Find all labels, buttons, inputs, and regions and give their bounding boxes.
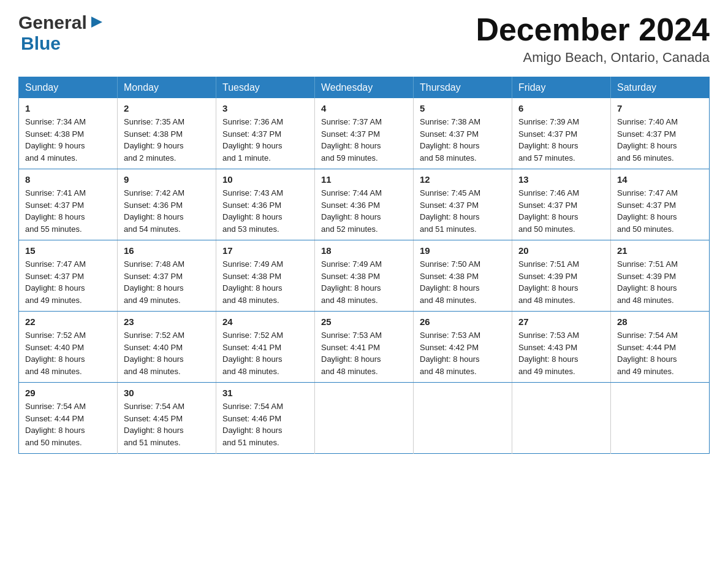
day-number: 10 xyxy=(222,174,308,185)
day-number: 18 xyxy=(321,245,407,256)
day-cell-6: 6Sunrise: 7:39 AMSunset: 4:37 PMDaylight… xyxy=(512,98,611,169)
calendar-header-row: SundayMondayTuesdayWednesdayThursdayFrid… xyxy=(19,77,710,99)
day-info: Sunrise: 7:54 AMSunset: 4:45 PMDaylight:… xyxy=(124,400,210,448)
day-info: Sunrise: 7:52 AMSunset: 4:40 PMDaylight:… xyxy=(124,329,210,377)
day-number: 8 xyxy=(25,174,111,185)
day-cell-27: 27Sunrise: 7:53 AMSunset: 4:43 PMDayligh… xyxy=(512,312,611,383)
day-number: 6 xyxy=(518,103,604,113)
day-cell-2: 2Sunrise: 7:35 AMSunset: 4:38 PMDaylight… xyxy=(118,98,216,169)
day-info: Sunrise: 7:47 AMSunset: 4:37 PMDaylight:… xyxy=(617,187,703,235)
day-number: 20 xyxy=(518,245,604,256)
day-number: 2 xyxy=(124,103,210,113)
day-cell-9: 9Sunrise: 7:42 AMSunset: 4:36 PMDaylight… xyxy=(118,169,216,240)
day-info: Sunrise: 7:49 AMSunset: 4:38 PMDaylight:… xyxy=(222,258,308,306)
day-cell-14: 14Sunrise: 7:47 AMSunset: 4:37 PMDayligh… xyxy=(611,169,710,240)
day-number: 12 xyxy=(420,174,506,185)
day-info: Sunrise: 7:45 AMSunset: 4:37 PMDaylight:… xyxy=(420,187,506,235)
day-number: 27 xyxy=(518,316,604,327)
day-cell-8: 8Sunrise: 7:41 AMSunset: 4:37 PMDaylight… xyxy=(19,169,118,240)
day-cell-22: 22Sunrise: 7:52 AMSunset: 4:40 PMDayligh… xyxy=(19,312,118,383)
day-number: 31 xyxy=(222,388,308,398)
day-cell-21: 21Sunrise: 7:51 AMSunset: 4:39 PMDayligh… xyxy=(611,240,710,312)
day-cell-15: 15Sunrise: 7:47 AMSunset: 4:37 PMDayligh… xyxy=(19,240,118,312)
week-row-4: 22Sunrise: 7:52 AMSunset: 4:40 PMDayligh… xyxy=(19,312,710,383)
day-number: 3 xyxy=(222,103,308,113)
day-number: 17 xyxy=(222,245,308,256)
day-cell-30: 30Sunrise: 7:54 AMSunset: 4:45 PMDayligh… xyxy=(118,383,216,454)
day-number: 29 xyxy=(25,388,111,398)
day-number: 11 xyxy=(321,174,407,185)
week-row-1: 1Sunrise: 7:34 AMSunset: 4:38 PMDaylight… xyxy=(19,98,710,169)
day-info: Sunrise: 7:52 AMSunset: 4:40 PMDaylight:… xyxy=(25,329,111,377)
day-cell-16: 16Sunrise: 7:48 AMSunset: 4:37 PMDayligh… xyxy=(118,240,216,312)
day-number: 26 xyxy=(420,316,506,327)
page-header: General Blue December 2024 Amigo Beach, … xyxy=(18,12,710,66)
day-info: Sunrise: 7:54 AMSunset: 4:46 PMDaylight:… xyxy=(222,400,308,448)
day-info: Sunrise: 7:51 AMSunset: 4:39 PMDaylight:… xyxy=(617,258,703,306)
day-number: 19 xyxy=(420,245,506,256)
day-info: Sunrise: 7:53 AMSunset: 4:41 PMDaylight:… xyxy=(321,329,407,377)
day-info: Sunrise: 7:54 AMSunset: 4:44 PMDaylight:… xyxy=(25,400,111,448)
day-info: Sunrise: 7:46 AMSunset: 4:37 PMDaylight:… xyxy=(518,187,604,235)
empty-cell xyxy=(512,383,611,454)
day-number: 21 xyxy=(617,245,703,256)
day-cell-10: 10Sunrise: 7:43 AMSunset: 4:36 PMDayligh… xyxy=(216,169,315,240)
day-info: Sunrise: 7:52 AMSunset: 4:41 PMDaylight:… xyxy=(222,329,308,377)
col-header-monday: Monday xyxy=(118,77,216,99)
day-cell-11: 11Sunrise: 7:44 AMSunset: 4:36 PMDayligh… xyxy=(315,169,414,240)
day-info: Sunrise: 7:43 AMSunset: 4:36 PMDaylight:… xyxy=(222,187,308,235)
day-cell-24: 24Sunrise: 7:52 AMSunset: 4:41 PMDayligh… xyxy=(216,312,315,383)
day-info: Sunrise: 7:40 AMSunset: 4:37 PMDaylight:… xyxy=(617,116,703,164)
day-info: Sunrise: 7:47 AMSunset: 4:37 PMDaylight:… xyxy=(25,258,111,306)
day-info: Sunrise: 7:41 AMSunset: 4:37 PMDaylight:… xyxy=(25,187,111,235)
calendar-table: SundayMondayTuesdayWednesdayThursdayFrid… xyxy=(18,77,710,454)
empty-cell xyxy=(414,383,512,454)
day-info: Sunrise: 7:37 AMSunset: 4:37 PMDaylight:… xyxy=(321,116,407,164)
day-number: 13 xyxy=(518,174,604,185)
day-cell-12: 12Sunrise: 7:45 AMSunset: 4:37 PMDayligh… xyxy=(414,169,512,240)
day-info: Sunrise: 7:34 AMSunset: 4:38 PMDaylight:… xyxy=(25,116,111,164)
day-cell-17: 17Sunrise: 7:49 AMSunset: 4:38 PMDayligh… xyxy=(216,240,315,312)
col-header-friday: Friday xyxy=(512,77,611,99)
col-header-saturday: Saturday xyxy=(611,77,710,99)
day-number: 1 xyxy=(25,103,111,113)
day-number: 7 xyxy=(617,103,703,113)
day-info: Sunrise: 7:35 AMSunset: 4:38 PMDaylight:… xyxy=(124,116,210,164)
logo-triangle-icon xyxy=(90,15,104,31)
day-info: Sunrise: 7:38 AMSunset: 4:37 PMDaylight:… xyxy=(420,116,506,164)
col-header-thursday: Thursday xyxy=(414,77,512,99)
day-cell-28: 28Sunrise: 7:54 AMSunset: 4:44 PMDayligh… xyxy=(611,312,710,383)
day-cell-13: 13Sunrise: 7:46 AMSunset: 4:37 PMDayligh… xyxy=(512,169,611,240)
logo-blue-text: Blue xyxy=(18,33,61,53)
day-number: 22 xyxy=(25,316,111,327)
day-info: Sunrise: 7:53 AMSunset: 4:43 PMDaylight:… xyxy=(518,329,604,377)
month-title: December 2024 xyxy=(476,12,710,47)
day-number: 4 xyxy=(321,103,407,113)
day-info: Sunrise: 7:53 AMSunset: 4:42 PMDaylight:… xyxy=(420,329,506,377)
day-number: 25 xyxy=(321,316,407,327)
day-info: Sunrise: 7:44 AMSunset: 4:36 PMDaylight:… xyxy=(321,187,407,235)
day-number: 28 xyxy=(617,316,703,327)
day-info: Sunrise: 7:50 AMSunset: 4:38 PMDaylight:… xyxy=(420,258,506,306)
location-title: Amigo Beach, Ontario, Canada xyxy=(476,50,710,66)
day-cell-23: 23Sunrise: 7:52 AMSunset: 4:40 PMDayligh… xyxy=(118,312,216,383)
day-info: Sunrise: 7:49 AMSunset: 4:38 PMDaylight:… xyxy=(321,258,407,306)
day-cell-18: 18Sunrise: 7:49 AMSunset: 4:38 PMDayligh… xyxy=(315,240,414,312)
day-cell-20: 20Sunrise: 7:51 AMSunset: 4:39 PMDayligh… xyxy=(512,240,611,312)
week-row-3: 15Sunrise: 7:47 AMSunset: 4:37 PMDayligh… xyxy=(19,240,710,312)
day-info: Sunrise: 7:51 AMSunset: 4:39 PMDaylight:… xyxy=(518,258,604,306)
empty-cell xyxy=(315,383,414,454)
empty-cell xyxy=(611,383,710,454)
col-header-sunday: Sunday xyxy=(19,77,118,99)
logo: General Blue xyxy=(18,12,104,54)
day-info: Sunrise: 7:39 AMSunset: 4:37 PMDaylight:… xyxy=(518,116,604,164)
day-cell-1: 1Sunrise: 7:34 AMSunset: 4:38 PMDaylight… xyxy=(19,98,118,169)
day-number: 5 xyxy=(420,103,506,113)
day-number: 30 xyxy=(124,388,210,398)
week-row-5: 29Sunrise: 7:54 AMSunset: 4:44 PMDayligh… xyxy=(19,383,710,454)
day-cell-29: 29Sunrise: 7:54 AMSunset: 4:44 PMDayligh… xyxy=(19,383,118,454)
day-info: Sunrise: 7:42 AMSunset: 4:36 PMDaylight:… xyxy=(124,187,210,235)
svg-marker-0 xyxy=(91,17,102,28)
day-number: 23 xyxy=(124,316,210,327)
logo-general-text: General xyxy=(18,12,87,33)
